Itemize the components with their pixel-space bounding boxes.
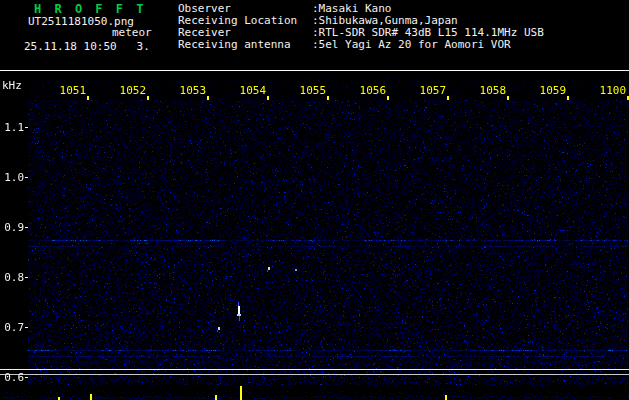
metadata-value: :5el Yagi Az 20 for Aomori VOR [312, 38, 511, 51]
app-title: H R O F F T [34, 3, 146, 15]
datetime-label: 25.11.18 10:50 3. [24, 41, 150, 53]
spectrogram [0, 70, 629, 400]
metadata-row: Receiving antenna:5el Yagi Az 20 for Aom… [178, 39, 544, 51]
metadata-label: Receiving antenna [178, 39, 312, 51]
observer-callsign: meteor [112, 27, 152, 39]
metadata-list: Observer:Masaki KanoReceiving Location:S… [178, 3, 544, 51]
hrofft-screen: H R O F F T UT2511181050.png meteor 25.1… [0, 0, 629, 400]
